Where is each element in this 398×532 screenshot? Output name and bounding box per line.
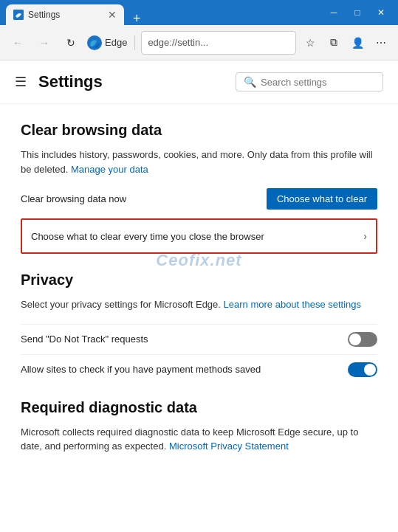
privacy-description: Select your privacy settings for Microso… xyxy=(21,297,377,312)
tab-favicon xyxy=(13,10,24,20)
choose-clear-text: Choose what to clear every time you clos… xyxy=(31,231,264,242)
choose-what-to-clear-button[interactable]: Choose what to clear xyxy=(267,188,377,210)
settings-title: Settings xyxy=(38,72,224,91)
required-diagnostic-title: Required diagnostic data xyxy=(21,399,377,416)
close-button[interactable]: ✕ xyxy=(370,5,392,20)
url-text: edge://settin... xyxy=(148,37,289,48)
manage-data-link[interactable]: Manage your data xyxy=(71,164,148,175)
more-icon[interactable]: ⋯ xyxy=(370,32,392,54)
privacy-desc-text: Select your privacy settings for Microso… xyxy=(21,299,221,310)
title-bar: Settings ✕ + ─ □ ✕ xyxy=(0,0,398,25)
active-tab[interactable]: Settings ✕ xyxy=(6,4,124,25)
collections-icon[interactable]: ⧉ xyxy=(323,32,345,54)
choose-clear-every-time-row[interactable]: Choose what to clear every time you clos… xyxy=(21,218,377,254)
window-controls: ─ □ ✕ xyxy=(323,5,392,20)
do-not-track-row: Send "Do Not Track" requests xyxy=(21,324,377,354)
clear-browsing-section: Clear browsing data This includes histor… xyxy=(21,122,377,254)
clear-now-row: Clear browsing data now Choose what to c… xyxy=(21,188,377,210)
tab-close-button[interactable]: ✕ xyxy=(108,10,117,20)
privacy-section: Privacy Select your privacy settings for… xyxy=(21,272,377,384)
back-button[interactable]: ← xyxy=(6,31,30,55)
refresh-button[interactable]: ↻ xyxy=(59,31,83,55)
separator xyxy=(134,35,135,50)
profile-icon[interactable]: 👤 xyxy=(346,32,368,54)
maximize-button[interactable]: □ xyxy=(346,5,368,20)
new-tab-button[interactable]: + xyxy=(128,12,145,25)
minimize-button[interactable]: ─ xyxy=(323,5,345,20)
privacy-title: Privacy xyxy=(21,272,377,289)
payment-methods-toggle[interactable] xyxy=(348,362,377,377)
edge-logo: Edge xyxy=(87,35,127,50)
toggle-knob-payment xyxy=(364,364,376,376)
toolbar-icons: ☆ ⧉ 👤 ⋯ xyxy=(299,32,392,54)
required-diagnostic-section: Required diagnostic data Microsoft colle… xyxy=(21,399,377,454)
settings-header: ☰ Settings 🔍 xyxy=(0,61,398,104)
privacy-statement-link[interactable]: Microsoft Privacy Statement xyxy=(169,441,289,452)
search-icon: 🔍 xyxy=(244,76,256,88)
edge-icon xyxy=(87,35,102,50)
edge-label: Edge xyxy=(105,37,127,48)
search-input[interactable] xyxy=(261,77,375,88)
clear-browsing-description: This includes history, passwords, cookie… xyxy=(21,148,377,176)
page: ☰ Settings 🔍 Clear browsing data This in… xyxy=(0,61,398,532)
clear-now-label: Clear browsing data now xyxy=(21,193,126,204)
payment-methods-label: Allow sites to check if you have payment… xyxy=(21,364,261,375)
learn-more-link[interactable]: Learn more about these settings xyxy=(224,299,361,310)
toggle-knob xyxy=(349,334,361,345)
chevron-right-icon: › xyxy=(363,230,367,242)
forward-button[interactable]: → xyxy=(32,31,56,55)
main-content: Clear browsing data This includes histor… xyxy=(0,104,398,532)
tab-title: Settings xyxy=(28,10,103,20)
favorites-icon[interactable]: ☆ xyxy=(299,32,321,54)
do-not-track-label: Send "Do Not Track" requests xyxy=(21,334,148,345)
clear-browsing-title: Clear browsing data xyxy=(21,122,377,139)
required-diagnostic-description: Microsoft collects required diagnostic d… xyxy=(21,425,377,454)
tab-area: Settings ✕ + xyxy=(6,0,323,25)
hamburger-icon[interactable]: ☰ xyxy=(15,74,27,90)
address-bar: ← → ↻ Edge edge://settin... ☆ ⧉ 👤 ⋯ xyxy=(0,25,398,61)
address-omnibox[interactable]: edge://settin... xyxy=(141,31,296,55)
do-not-track-toggle[interactable] xyxy=(348,332,377,347)
search-box[interactable]: 🔍 xyxy=(236,72,383,91)
payment-methods-row: Allow sites to check if you have payment… xyxy=(21,354,377,384)
